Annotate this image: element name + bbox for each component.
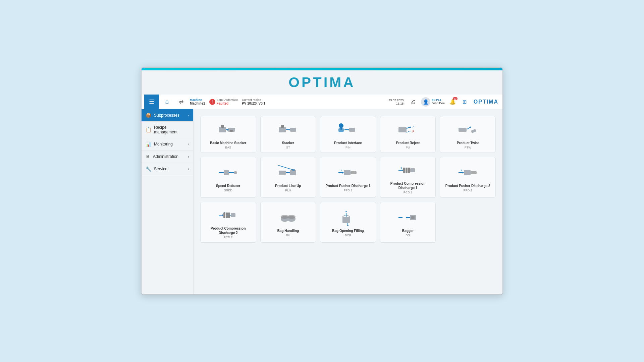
nav-bar: ☰ ⌂ ⇄ Machine Machine1 ! Semi-Automatic … [142,95,502,109]
svg-rect-64 [231,213,235,217]
machine-label: Machine [190,98,205,102]
sidebar-item-label: Service [154,167,185,171]
svg-rect-7 [281,125,284,128]
menu-button[interactable]: ☰ [144,95,159,109]
tile-ppd1[interactable]: 1 Product Pusher Discharge 1 PPD 1 [320,157,376,198]
svg-rect-16 [349,128,355,132]
tile-label: Product Compression Discharge 2 [203,226,253,235]
status-dot: ! [209,99,215,105]
sidebar-icon: 📊 [146,141,151,147]
tile-bg[interactable]: Bagger BG [380,202,436,243]
svg-rect-29 [224,170,229,175]
tile-pu[interactable]: ✓ ✗ Product Reject PU [380,116,436,153]
main-area: 📦 Subprocesses ‹ 📋 Recipe management 📊 M… [142,109,502,294]
home-icon: ⌂ [165,98,169,105]
svg-marker-25 [470,126,471,128]
svg-marker-40 [342,172,344,174]
tiles-grid: Basic Machine Stacker BAS Stacker ST Pro… [200,116,496,243]
avatar: 👤 [421,97,430,107]
tile-icon [458,121,478,138]
tile-bas[interactable]: Basic Machine Stacker BAS [200,116,256,153]
sidebar-item-administration[interactable]: 🖥 Administration › [142,150,193,163]
tile-pcd2[interactable]: 2 Product Compression Discharge 2 PCD 2 [200,202,256,243]
svg-rect-43 [351,171,357,174]
svg-rect-50 [410,168,415,172]
tile-bof[interactable]: Bag Opening Filling BOF [320,202,376,243]
sidebar-item-label: Subprocesses [154,113,185,118]
tile-icon [338,209,358,226]
tile-ptw[interactable]: Product Twist PTW [440,116,496,153]
tile-plu[interactable]: Product Line Up PLU [260,157,316,198]
svg-rect-47 [403,168,405,173]
tile-sred[interactable]: Speed Reducer SRED [200,157,256,198]
svg-line-37 [278,165,293,170]
user-lang: EN PL4 [432,99,445,102]
sidebar: 📦 Subprocesses ‹ 📋 Recipe management 📊 M… [142,109,194,294]
svg-text:✓: ✓ [412,125,415,128]
svg-marker-71 [345,211,347,212]
tile-icon [218,121,238,138]
tile-label: Bagger [402,229,414,233]
tile-pcd1[interactable]: 1 Product Compression Discharge 1 PCD 1 [380,157,436,198]
tile-st[interactable]: Stacker ST [260,116,316,153]
tile-icon [218,164,238,181]
datetime: 23.02.2023 13:15 [388,99,404,105]
tile-icon: 1 [338,164,358,181]
svg-rect-69 [342,217,350,223]
svg-marker-73 [347,225,349,226]
svg-text:1: 1 [340,169,342,172]
sidebar-item-recipe-management[interactable]: 📋 Recipe management [142,122,193,138]
grid-icon: ⊞ [463,99,467,105]
svg-rect-3 [230,130,233,132]
tile-label: Product Pusher Discharge 1 [326,184,371,188]
sidebar-icon: 📋 [146,127,151,132]
tile-ppd2[interactable]: 2 Product Pusher Discharge 2 PPD 2 [440,157,496,198]
tile-label: Bag Handling [277,229,299,233]
tile-icon: ✓ ✗ [398,121,418,138]
date: 23.02.2023 [388,99,404,102]
home-button[interactable]: ⌂ [160,95,174,109]
tile-code: SRED [224,189,232,192]
svg-rect-42 [344,170,351,175]
tile-pin[interactable]: Product Interface PIN [320,116,376,153]
svg-line-18 [407,127,411,128]
tile-code: PCD 1 [404,191,413,194]
sidebar-icon: 🖥 [146,154,150,159]
recipe-info: Current recipe PV 10x20, V0.1 [242,98,265,105]
tile-code: BG [406,234,410,237]
sidebar-item-service[interactable]: 🔧 Service › [142,163,193,175]
svg-marker-31 [233,172,234,174]
notifications-button[interactable]: 🔔 22 [447,97,458,107]
svg-marker-57 [222,214,223,216]
tile-label: Product Interface [334,141,362,145]
svg-rect-48 [406,168,408,173]
svg-rect-32 [234,171,237,174]
transfer-button[interactable]: ⇄ [175,96,187,108]
sidebar-item-subprocesses[interactable]: 📦 Subprocesses ‹ [142,109,193,122]
svg-rect-54 [464,170,471,175]
hamburger-icon: ☰ [149,98,154,106]
svg-rect-55 [471,171,477,174]
print-icon: 🖨 [411,99,416,105]
svg-rect-38 [292,169,295,171]
svg-rect-26 [471,129,476,133]
tile-code: PCD 2 [224,236,233,239]
grid-button[interactable]: ⊞ [460,97,470,107]
tile-icon [398,209,418,226]
svg-rect-36 [290,170,296,175]
notification-badge: 22 [453,97,458,100]
sidebar-item-monitoring[interactable]: 📊 Monitoring › [142,138,193,150]
tile-bh[interactable]: Bag Handling BH [260,202,316,243]
tile-label: Basic Machine Stacker [210,141,246,145]
svg-rect-63 [228,213,230,218]
svg-rect-10 [290,128,296,132]
tile-code: PPD 2 [464,189,472,192]
sidebar-item-label: Monitoring [154,142,185,146]
svg-marker-35 [289,172,290,174]
tile-code: PPD 1 [343,189,352,192]
svg-rect-23 [459,128,467,132]
svg-rect-49 [408,168,410,173]
svg-rect-17 [398,127,407,132]
print-button[interactable]: 🖨 [408,97,418,107]
svg-point-68 [287,215,296,219]
